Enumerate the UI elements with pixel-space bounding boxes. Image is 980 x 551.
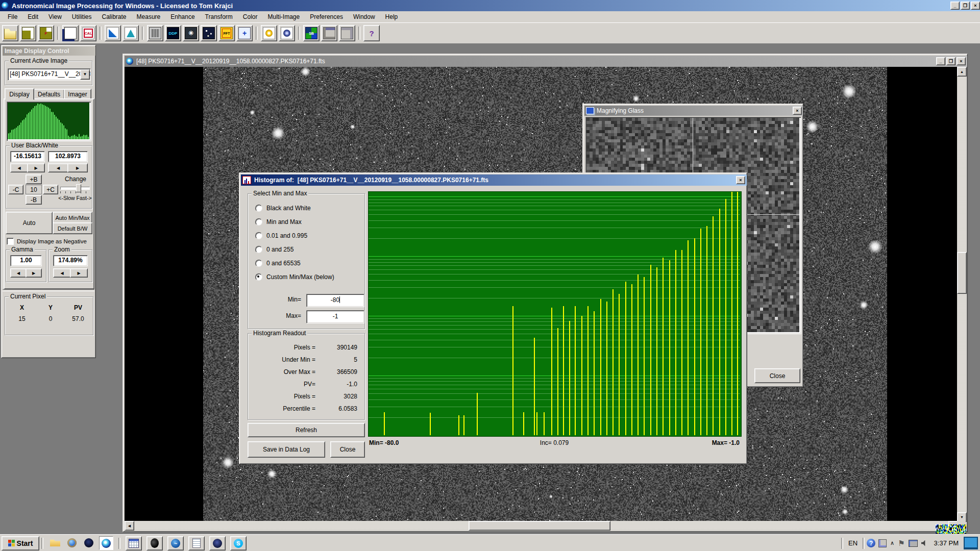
menu-edit[interactable]: Edit [23,12,43,22]
panel-titlebar[interactable]: Image Display Control [3,46,95,56]
clock[interactable]: 3:37 PM [934,539,959,547]
language-indicator[interactable]: EN [848,539,857,547]
vertical-scroll-thumb[interactable] [957,252,967,294]
minus-c-button[interactable]: -C [8,185,23,194]
horizontal-scroll-thumb[interactable] [469,521,610,531]
minus-b-button[interactable]: -B [26,195,42,205]
menu-preferences[interactable]: Preferences [305,12,348,22]
network-tray-icon[interactable] [909,540,918,547]
toolbar-galaxy-dark-icon[interactable] [279,25,295,41]
horizontal-scrollbar[interactable]: ◀ ▶ [125,521,957,530]
radio-0-and-255[interactable]: 0 and 255 [255,244,293,255]
toolbar-tile-windows-icon[interactable] [339,25,355,41]
close-button[interactable]: × [971,2,980,10]
radio-0-and-65535[interactable]: 0 and 65535 [255,258,301,268]
black-up-button[interactable]: ▶ [27,163,45,172]
task-kettlebell-task-button[interactable] [146,536,163,550]
white-up-button[interactable]: ▶ [67,163,88,172]
magnifier-close-button[interactable]: Close [754,368,800,383]
radio-0-01-and-0-995[interactable]: 0.01 and 0.995 [255,231,307,241]
scroll-left-icon[interactable]: ◀ [125,521,134,531]
zoom-up-button[interactable]: ▶ [70,268,88,278]
menu-multi-image[interactable]: Multi-Image [263,12,305,22]
flag-tray-icon[interactable]: ⚑ [898,539,904,548]
menu-help[interactable]: Help [381,12,403,22]
plus-b-button[interactable]: +B [26,174,42,184]
toolbar-ddp-icon[interactable]: DDP [165,25,181,41]
maximize-button[interactable]: ❐ [961,2,970,10]
toolbar-fft-icon[interactable]: FFT [218,25,235,41]
min-field[interactable]: -80 [306,294,364,307]
gamma-down-button[interactable]: ◀ [10,268,27,278]
radio-custom-min-max-below-[interactable]: Custom Min/Max (below) [255,272,334,282]
gamma-field[interactable]: 1.00 [10,255,42,266]
change-slider-track[interactable] [60,187,90,190]
white-down-button[interactable]: ◀ [48,163,68,172]
help-tray-icon[interactable]: ? [867,539,875,547]
image-window-titlebar[interactable]: [48] PKS0716+71__V__20120919__1058.00000… [125,56,967,67]
ql-folder-quicklaunch-icon[interactable] [48,536,62,549]
menu-calibrate[interactable]: Calibrate [97,12,131,22]
menu-transform[interactable]: Transform [201,12,237,22]
toolbar-copy-image-icon[interactable] [62,25,79,41]
menu-view[interactable]: View [44,12,66,22]
magnifier-titlebar[interactable]: Magnifying Glass × [584,106,803,116]
vertical-scrollbar[interactable]: ▲ ▼ [957,67,966,521]
auto-button[interactable]: Auto [6,212,53,234]
task-skype-task-button[interactable]: S [230,536,247,550]
black-down-button[interactable]: ◀ [10,163,28,172]
ql-media-player-quicklaunch-icon[interactable] [65,536,79,549]
task-spreadsheet-task-button[interactable] [126,536,142,550]
tray-chevron-icon[interactable]: ∧ [890,540,894,546]
combo-dropdown-icon[interactable]: ▼ [80,69,90,80]
zoom-field[interactable]: 174.89% [53,255,88,266]
desktop-monitor-icon[interactable] [964,537,978,549]
toolbar-cascade-windows-icon[interactable] [321,25,337,41]
toolbar-align-stars-icon[interactable]: + [236,25,253,41]
menu-utilities[interactable]: Utilities [67,12,96,22]
histogram-titlebar[interactable]: Histogram of: [48] PKS0716+71__V__201209… [241,174,747,186]
magnifier-close-icon[interactable]: × [793,107,802,115]
active-image-combo[interactable]: [48] PKS0716+71__V__20120 ▼ [8,68,91,81]
change-slider-thumb[interactable] [76,184,81,192]
image-close-button[interactable]: × [957,57,966,65]
start-button[interactable]: Start [2,536,39,550]
menu-enhance[interactable]: Enhance [166,12,199,22]
menu-color[interactable]: Color [238,12,262,22]
auto-minmax-button[interactable]: Auto Min/Max [53,212,92,223]
toolbar-save-fits-icon[interactable]: F [38,25,54,41]
toolbar-galaxy-bright-icon[interactable] [261,25,277,41]
toolbar-gaussian-stretch-icon[interactable] [122,25,139,41]
plus-c-button[interactable]: +C [43,185,58,194]
white-level-field[interactable]: 102.8973 [48,151,88,162]
ql-aip4win-quicklaunch-icon[interactable] [99,536,113,550]
minimize-button[interactable]: _ [950,2,960,10]
toolbar-linear-stretch-icon[interactable] [105,25,121,41]
tab-display[interactable]: Display [5,88,34,100]
save-data-log-button[interactable]: Save in Data Log [248,441,325,458]
radio-min-and-max[interactable]: Min and Max [255,217,302,227]
toolbar-calibrate-icon[interactable]: CAL [80,25,96,41]
zoom-down-button[interactable]: ◀ [53,268,71,278]
menu-window[interactable]: Window [349,12,380,22]
refresh-button[interactable]: Refresh [248,423,365,437]
task-notepad-task-button[interactable] [188,536,205,550]
ql-planetarium-quicklaunch-icon[interactable] [82,536,95,549]
radio-black-and-white[interactable]: Black and White [255,203,311,213]
volume-tray-icon[interactable] [921,540,928,546]
max-field[interactable]: -1 [306,310,364,323]
histogram-close-icon[interactable]: × [736,176,745,184]
menu-measure[interactable]: Measure [132,12,165,22]
task-browser-task-button[interactable] [209,536,226,550]
default-bw-button[interactable]: Default B/W [53,222,92,234]
task-thunderbird-task-button[interactable]: ~ [167,536,184,550]
toolbar-magnifier-star-icon[interactable]: ✳ [183,25,199,41]
black-level-field[interactable]: -16.15613 [10,151,45,162]
image-minimize-button[interactable]: _ [936,57,945,65]
toolbar-save-icon[interactable] [20,25,36,41]
toolbar-star-field-icon[interactable] [201,25,217,41]
menu-file[interactable]: File [3,12,22,22]
toolbar-help-icon[interactable]: ? [363,25,380,41]
scroll-up-icon[interactable]: ▲ [957,67,967,77]
image-maximize-button[interactable]: ❐ [946,57,955,65]
